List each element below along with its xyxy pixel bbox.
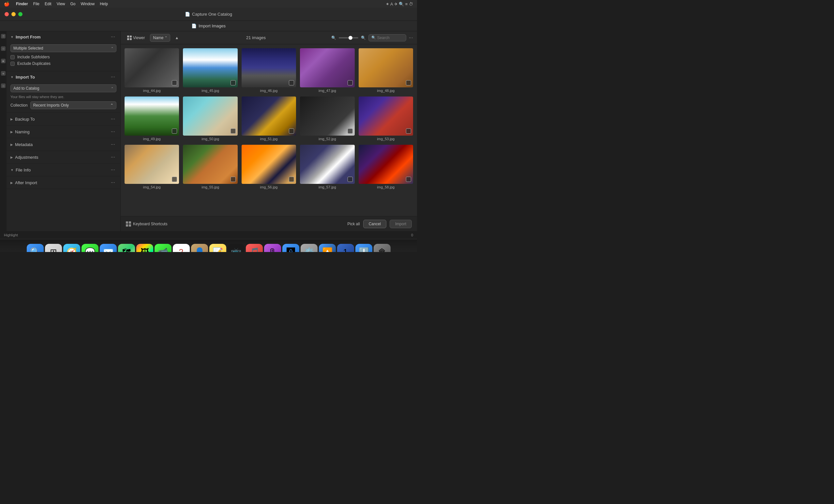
import-to-header[interactable]: ▼ Import To ··· bbox=[6, 71, 120, 83]
maximize-button[interactable] bbox=[18, 12, 22, 16]
edge-icon-2[interactable]: ⊙ bbox=[1, 46, 5, 51]
image-thumbnail[interactable] bbox=[183, 48, 237, 87]
dock-icon-appstore[interactable]: 🅰 bbox=[282, 244, 299, 252]
image-thumbnail[interactable] bbox=[183, 145, 237, 184]
image-thumbnail[interactable] bbox=[125, 48, 179, 87]
image-cell[interactable]: img_57.jpg bbox=[300, 145, 354, 189]
zoom-out-icon[interactable]: 🔍 bbox=[331, 36, 336, 40]
metadata-ellipsis[interactable]: ··· bbox=[110, 141, 116, 147]
image-cell[interactable]: img_46.jpg bbox=[242, 48, 296, 93]
image-cell[interactable]: img_55.jpg bbox=[183, 145, 237, 189]
image-select-checkbox[interactable] bbox=[348, 177, 353, 182]
backup-to-header[interactable]: ▶ Backup To ··· bbox=[6, 113, 120, 125]
dock-icon-music[interactable]: 🎵 bbox=[246, 244, 263, 252]
image-select-checkbox[interactable] bbox=[172, 128, 177, 134]
image-cell[interactable]: img_50.jpg bbox=[183, 96, 237, 141]
image-thumbnail[interactable] bbox=[300, 96, 354, 136]
image-select-checkbox[interactable] bbox=[406, 128, 411, 134]
image-cell[interactable]: img_52.jpg bbox=[300, 96, 354, 141]
dock-icon-onepassword[interactable]: 1 bbox=[337, 244, 354, 252]
apple-menu[interactable]: 🍎 bbox=[4, 1, 9, 6]
metadata-header[interactable]: ▶ Metadata ··· bbox=[6, 138, 120, 151]
zoom-icon[interactable]: 🔍 bbox=[361, 36, 366, 40]
dock-icon-podcasts[interactable]: 🎙 bbox=[264, 244, 281, 252]
file-info-header[interactable]: ▼ File Info ··· bbox=[6, 163, 120, 176]
image-thumbnail[interactable] bbox=[242, 48, 296, 87]
image-cell[interactable]: img_45.jpg bbox=[183, 48, 237, 93]
search-input[interactable] bbox=[377, 36, 403, 40]
dock-icon-maps[interactable]: 🗺 bbox=[118, 244, 135, 252]
image-select-checkbox[interactable] bbox=[172, 177, 177, 182]
import-from-header[interactable]: ▼ Import From ··· bbox=[6, 31, 120, 42]
pick-all-button[interactable]: Pick all bbox=[348, 220, 360, 227]
dock-icon-safari[interactable]: 🧭 bbox=[63, 244, 80, 252]
import-from-ellipsis[interactable]: ··· bbox=[110, 34, 116, 40]
dock-icon-notes[interactable]: 📝 bbox=[209, 244, 226, 252]
dock-icon-photos[interactable]: 🖼 bbox=[136, 244, 153, 252]
close-button[interactable] bbox=[4, 12, 9, 16]
image-cell[interactable]: img_48.jpg bbox=[359, 48, 413, 93]
dock-icon-syspreferences[interactable]: ⚙️ bbox=[301, 244, 317, 252]
image-cell[interactable]: img_51.jpg bbox=[242, 96, 296, 141]
dock-icon-tv[interactable]: 📺 bbox=[227, 244, 244, 252]
image-select-checkbox[interactable] bbox=[231, 128, 236, 134]
minimize-button[interactable] bbox=[12, 12, 16, 16]
image-thumbnail[interactable] bbox=[242, 96, 296, 136]
edge-icon-5[interactable]: ◎ bbox=[1, 84, 5, 88]
image-select-checkbox[interactable] bbox=[348, 128, 353, 134]
image-thumbnail[interactable] bbox=[125, 145, 179, 184]
sort-direction-arrow[interactable]: ▲ bbox=[173, 35, 181, 41]
naming-ellipsis[interactable]: ··· bbox=[110, 129, 116, 135]
image-thumbnail[interactable] bbox=[359, 48, 413, 87]
image-select-checkbox[interactable] bbox=[406, 177, 411, 182]
toolbar-ellipsis[interactable]: ··· bbox=[409, 35, 413, 41]
backup-to-ellipsis[interactable]: ··· bbox=[110, 116, 116, 122]
edge-icon-4[interactable]: ◈ bbox=[1, 71, 5, 75]
dock-icon-calendar[interactable]: 2 bbox=[173, 244, 190, 252]
dock-icon-trash[interactable]: 🗑 bbox=[374, 244, 391, 252]
naming-header[interactable]: ▶ Naming ··· bbox=[6, 126, 120, 138]
image-select-checkbox[interactable] bbox=[231, 177, 236, 182]
edge-icon-3[interactable]: ▣ bbox=[1, 59, 5, 63]
keyboard-shortcuts-button[interactable]: Keyboard Shortcuts bbox=[126, 221, 167, 226]
image-select-checkbox[interactable] bbox=[231, 80, 236, 85]
adjustments-header[interactable]: ▶ Adjustments ··· bbox=[6, 151, 120, 163]
image-select-checkbox[interactable] bbox=[289, 128, 294, 134]
after-import-header[interactable]: ▶ After Import ··· bbox=[6, 176, 120, 189]
menu-help[interactable]: Help bbox=[100, 2, 108, 6]
image-cell[interactable]: img_47.jpg bbox=[300, 48, 354, 93]
import-button[interactable]: Import bbox=[390, 220, 412, 228]
image-select-checkbox[interactable] bbox=[348, 80, 353, 85]
include-subfolders-checkbox[interactable] bbox=[10, 55, 15, 59]
image-thumbnail[interactable] bbox=[242, 145, 296, 184]
cancel-button[interactable]: Cancel bbox=[363, 220, 386, 228]
import-to-ellipsis[interactable]: ··· bbox=[110, 74, 116, 80]
image-thumbnail[interactable] bbox=[183, 96, 237, 136]
viewer-button[interactable]: Viewer bbox=[125, 34, 147, 41]
dock-icon-translocate[interactable]: 🔼 bbox=[319, 244, 336, 252]
import-to-dropdown[interactable]: Add to Catalog ⌃ bbox=[10, 84, 116, 92]
dock-icon-launchpad[interactable]: ⊞ bbox=[45, 244, 62, 252]
dock-icon-download[interactable]: ⬇️ bbox=[355, 244, 372, 252]
image-thumbnail[interactable] bbox=[359, 145, 413, 184]
zoom-thumb[interactable] bbox=[349, 36, 352, 40]
image-select-checkbox[interactable] bbox=[172, 80, 177, 85]
image-thumbnail[interactable] bbox=[125, 96, 179, 136]
after-import-ellipsis[interactable]: ··· bbox=[110, 180, 116, 185]
image-select-checkbox[interactable] bbox=[289, 177, 294, 182]
dock-icon-finder[interactable]: 🔍 bbox=[27, 244, 44, 252]
image-select-checkbox[interactable] bbox=[289, 80, 294, 85]
menu-go[interactable]: Go bbox=[70, 2, 75, 6]
import-from-dropdown[interactable]: Multiple Selected ⌃ bbox=[10, 44, 116, 52]
image-cell[interactable]: img_54.jpg bbox=[125, 145, 179, 189]
menu-edit[interactable]: Edit bbox=[45, 2, 51, 6]
collection-dropdown[interactable]: Recent Imports Only ⌃ bbox=[30, 102, 116, 109]
dock-icon-messages[interactable]: 💬 bbox=[82, 244, 98, 252]
image-thumbnail[interactable] bbox=[359, 96, 413, 136]
dock-icon-contacts[interactable]: 👤 bbox=[191, 244, 208, 252]
image-thumbnail[interactable] bbox=[300, 48, 354, 87]
exclude-duplicates-checkbox[interactable] bbox=[10, 62, 15, 66]
image-cell[interactable]: img_49.jpg bbox=[125, 96, 179, 141]
image-cell[interactable]: img_53.jpg bbox=[359, 96, 413, 141]
file-info-ellipsis[interactable]: ··· bbox=[110, 167, 116, 173]
